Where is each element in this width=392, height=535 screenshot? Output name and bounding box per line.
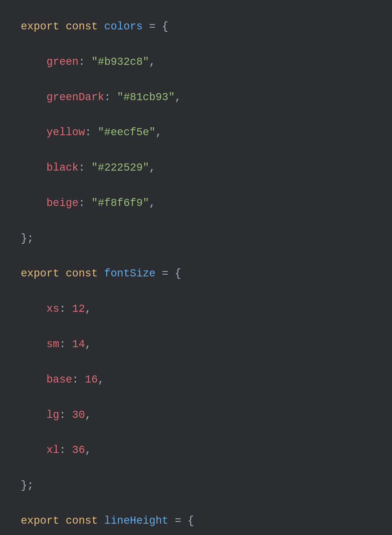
operator: :	[104, 91, 117, 103]
property-key: yellow	[46, 126, 85, 139]
identifier: lineHeight	[104, 515, 168, 527]
string-value: "#b932c8"	[91, 56, 149, 68]
operator: :	[78, 56, 91, 68]
keyword: export const	[21, 515, 104, 527]
property-key: black	[46, 162, 78, 174]
property-key: base	[46, 374, 72, 386]
number-value: 14	[72, 338, 85, 350]
string-value: "#81cb93"	[117, 91, 175, 103]
operator: ,	[85, 303, 91, 315]
property-key: lg	[46, 409, 59, 421]
property-line: black: "#222529",	[21, 159, 371, 177]
property-line: xs: 12,	[21, 300, 371, 318]
operator: ,	[175, 91, 181, 103]
operator: ,	[85, 444, 91, 456]
property-line: greenDark: "#81cb93",	[21, 89, 371, 106]
code-editor: export const colors = { green: "#b932c8"…	[21, 18, 371, 535]
number-value: 36	[72, 444, 85, 456]
keyword: export const	[21, 21, 104, 33]
string-value: "#f8f6f9"	[91, 197, 149, 209]
operator: :	[59, 303, 72, 315]
closing-line: };	[21, 230, 371, 247]
property-key: beige	[46, 197, 78, 209]
number-value: 12	[72, 303, 85, 315]
property-key: xs	[46, 303, 59, 315]
property-line: lg: 30,	[21, 406, 371, 424]
number-value: 30	[72, 409, 85, 421]
property-key: greenDark	[46, 91, 104, 103]
operator: :	[78, 197, 91, 209]
string-value: "#222529"	[91, 162, 149, 174]
identifier: colors	[104, 21, 143, 33]
operator: :	[59, 444, 72, 456]
property-line: base: 16,	[21, 371, 371, 388]
operator: :	[78, 162, 91, 174]
property-key: green	[46, 56, 78, 68]
operator: ,	[85, 409, 91, 421]
operator: };	[21, 232, 34, 245]
property-line: beige: "#f8f6f9",	[21, 194, 371, 212]
operator: = {	[168, 515, 194, 527]
operator: :	[85, 126, 98, 139]
string-value: "#eecf5e"	[98, 126, 155, 139]
property-line: yellow: "#eecf5e",	[21, 124, 371, 141]
identifier: fontSize	[104, 268, 156, 280]
operator: ,	[149, 162, 156, 174]
keyword: export const	[21, 268, 104, 280]
operator: = {	[156, 268, 181, 280]
closing-line: };	[21, 477, 371, 494]
operator: };	[21, 479, 34, 492]
property-line: xl: 36,	[21, 441, 371, 459]
operator: ,	[149, 56, 156, 68]
declaration-line: export const colors = {	[21, 18, 371, 35]
operator: :	[72, 374, 85, 386]
number-value: 16	[85, 374, 98, 386]
property-line: green: "#b932c8",	[21, 53, 371, 71]
operator: ,	[149, 197, 156, 209]
operator: ,	[98, 374, 104, 386]
operator: :	[59, 409, 72, 421]
property-line: sm: 14,	[21, 336, 371, 353]
declaration-line: export const fontSize = {	[21, 265, 371, 282]
property-key: xl	[46, 444, 59, 456]
declaration-line: export const lineHeight = {	[21, 512, 371, 530]
operator: :	[59, 338, 72, 350]
operator: ,	[85, 338, 91, 350]
property-key: sm	[46, 338, 59, 350]
operator: = {	[143, 21, 168, 33]
operator: ,	[156, 126, 162, 139]
